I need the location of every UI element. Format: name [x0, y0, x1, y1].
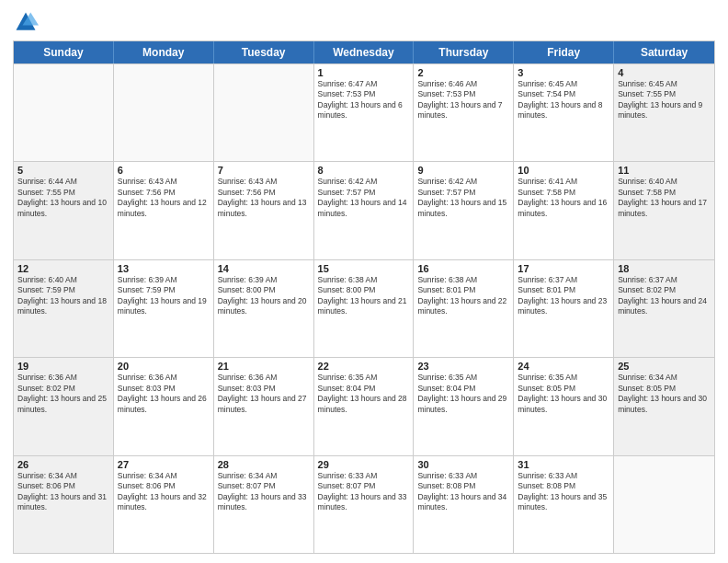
day-number: 25: [618, 361, 711, 372]
day-number: 13: [118, 263, 210, 274]
day-number: 6: [118, 165, 210, 176]
cell-info: Sunrise: 6:42 AMSunset: 7:57 PMDaylight:…: [417, 177, 509, 219]
cell-info: Sunrise: 6:35 AMSunset: 8:04 PMDaylight:…: [417, 373, 509, 415]
cell-info: Sunrise: 6:37 AMSunset: 8:02 PMDaylight:…: [618, 275, 711, 317]
cell-info: Sunrise: 6:39 AMSunset: 8:00 PMDaylight:…: [218, 275, 310, 317]
cell-info: Sunrise: 6:45 AMSunset: 7:55 PMDaylight:…: [618, 79, 711, 121]
cell-info: Sunrise: 6:34 AMSunset: 8:07 PMDaylight:…: [218, 471, 310, 513]
day-number: 1: [318, 67, 410, 78]
header: [13, 9, 715, 35]
cal-cell-13: 13Sunrise: 6:39 AMSunset: 7:59 PMDayligh…: [114, 260, 214, 357]
cal-cell-2: 2Sunrise: 6:46 AMSunset: 7:53 PMDaylight…: [414, 64, 514, 161]
cell-info: Sunrise: 6:34 AMSunset: 8:06 PMDaylight:…: [118, 471, 210, 513]
cell-info: Sunrise: 6:34 AMSunset: 8:06 PMDaylight:…: [17, 471, 109, 513]
calendar-body: 1Sunrise: 6:47 AMSunset: 7:53 PMDaylight…: [14, 63, 714, 553]
cell-info: Sunrise: 6:38 AMSunset: 8:00 PMDaylight:…: [318, 275, 410, 317]
day-number: 11: [618, 165, 711, 176]
day-number: 26: [17, 459, 109, 470]
cell-info: Sunrise: 6:35 AMSunset: 8:05 PMDaylight:…: [518, 373, 609, 415]
day-number: 2: [417, 67, 509, 78]
day-number: 16: [417, 263, 509, 274]
day-number: 15: [318, 263, 410, 274]
cell-info: Sunrise: 6:41 AMSunset: 7:58 PMDaylight:…: [518, 177, 609, 219]
cal-cell-21: 21Sunrise: 6:36 AMSunset: 8:03 PMDayligh…: [214, 358, 314, 454]
day-number: 8: [318, 165, 410, 176]
week-row-1: 1Sunrise: 6:47 AMSunset: 7:53 PMDaylight…: [14, 63, 714, 161]
cal-cell-31: 31Sunrise: 6:33 AMSunset: 8:08 PMDayligh…: [514, 456, 614, 553]
day-number: 28: [218, 459, 310, 470]
day-number: 29: [318, 459, 410, 470]
cal-cell-4: 4Sunrise: 6:45 AMSunset: 7:55 PMDaylight…: [614, 64, 714, 161]
day-number: 7: [218, 165, 310, 176]
day-number: 18: [618, 263, 711, 274]
day-number: 10: [518, 165, 609, 176]
day-number: 27: [118, 459, 210, 470]
cal-cell-29: 29Sunrise: 6:33 AMSunset: 8:07 PMDayligh…: [314, 456, 415, 553]
day-number: 12: [17, 263, 109, 274]
day-number: 17: [518, 263, 609, 274]
cell-info: Sunrise: 6:47 AMSunset: 7:53 PMDaylight:…: [318, 79, 410, 121]
week-row-3: 12Sunrise: 6:40 AMSunset: 7:59 PMDayligh…: [14, 259, 714, 357]
day-number: 23: [417, 361, 509, 372]
header-day-thursday: Thursday: [414, 41, 514, 63]
cal-cell-19: 19Sunrise: 6:36 AMSunset: 8:02 PMDayligh…: [14, 358, 114, 454]
cell-info: Sunrise: 6:33 AMSunset: 8:08 PMDaylight:…: [518, 471, 609, 513]
day-number: 19: [17, 361, 109, 372]
cell-info: Sunrise: 6:45 AMSunset: 7:54 PMDaylight:…: [518, 79, 609, 121]
day-number: 4: [618, 67, 711, 78]
cell-info: Sunrise: 6:39 AMSunset: 7:59 PMDaylight:…: [118, 275, 210, 317]
cal-cell-11: 11Sunrise: 6:40 AMSunset: 7:58 PMDayligh…: [614, 162, 714, 259]
cal-cell-empty-0-0: [14, 64, 114, 161]
cal-cell-23: 23Sunrise: 6:35 AMSunset: 8:04 PMDayligh…: [414, 358, 514, 454]
header-day-saturday: Saturday: [614, 41, 714, 63]
week-row-5: 26Sunrise: 6:34 AMSunset: 8:06 PMDayligh…: [14, 455, 714, 553]
cell-info: Sunrise: 6:37 AMSunset: 8:01 PMDaylight:…: [518, 275, 609, 317]
week-row-4: 19Sunrise: 6:36 AMSunset: 8:02 PMDayligh…: [14, 357, 714, 454]
cal-cell-10: 10Sunrise: 6:41 AMSunset: 7:58 PMDayligh…: [514, 162, 614, 259]
cal-cell-30: 30Sunrise: 6:33 AMSunset: 8:08 PMDayligh…: [414, 456, 514, 553]
cell-info: Sunrise: 6:46 AMSunset: 7:53 PMDaylight:…: [417, 79, 509, 121]
cell-info: Sunrise: 6:40 AMSunset: 7:58 PMDaylight:…: [618, 177, 711, 219]
day-number: 5: [17, 165, 109, 176]
cell-info: Sunrise: 6:36 AMSunset: 8:03 PMDaylight:…: [118, 373, 210, 415]
cell-info: Sunrise: 6:34 AMSunset: 8:05 PMDaylight:…: [618, 373, 711, 415]
cal-cell-25: 25Sunrise: 6:34 AMSunset: 8:05 PMDayligh…: [614, 358, 714, 454]
cell-info: Sunrise: 6:40 AMSunset: 7:59 PMDaylight:…: [17, 275, 109, 317]
day-number: 24: [518, 361, 609, 372]
cell-info: Sunrise: 6:36 AMSunset: 8:02 PMDaylight:…: [17, 373, 109, 415]
logo-icon: [13, 9, 39, 35]
cal-cell-6: 6Sunrise: 6:43 AMSunset: 7:56 PMDaylight…: [114, 162, 214, 259]
cell-info: Sunrise: 6:42 AMSunset: 7:57 PMDaylight:…: [318, 177, 410, 219]
calendar-header-row: SundayMondayTuesdayWednesdayThursdayFrid…: [14, 41, 714, 63]
day-number: 21: [218, 361, 310, 372]
cal-cell-3: 3Sunrise: 6:45 AMSunset: 7:54 PMDaylight…: [514, 64, 614, 161]
header-day-wednesday: Wednesday: [314, 41, 415, 63]
cal-cell-empty-0-1: [114, 64, 214, 161]
cell-info: Sunrise: 6:35 AMSunset: 8:04 PMDaylight:…: [318, 373, 410, 415]
week-row-2: 5Sunrise: 6:44 AMSunset: 7:55 PMDaylight…: [14, 161, 714, 259]
cal-cell-9: 9Sunrise: 6:42 AMSunset: 7:57 PMDaylight…: [414, 162, 514, 259]
cal-cell-20: 20Sunrise: 6:36 AMSunset: 8:03 PMDayligh…: [114, 358, 214, 454]
header-day-sunday: Sunday: [14, 41, 114, 63]
cal-cell-27: 27Sunrise: 6:34 AMSunset: 8:06 PMDayligh…: [114, 456, 214, 553]
day-number: 20: [118, 361, 210, 372]
page: SundayMondayTuesdayWednesdayThursdayFrid…: [0, 0, 728, 563]
cal-cell-17: 17Sunrise: 6:37 AMSunset: 8:01 PMDayligh…: [514, 260, 614, 357]
cal-cell-26: 26Sunrise: 6:34 AMSunset: 8:06 PMDayligh…: [14, 456, 114, 553]
cell-info: Sunrise: 6:43 AMSunset: 7:56 PMDaylight:…: [218, 177, 310, 219]
cal-cell-22: 22Sunrise: 6:35 AMSunset: 8:04 PMDayligh…: [314, 358, 415, 454]
cal-cell-1: 1Sunrise: 6:47 AMSunset: 7:53 PMDaylight…: [314, 64, 415, 161]
cell-info: Sunrise: 6:33 AMSunset: 8:08 PMDaylight:…: [417, 471, 509, 513]
header-day-friday: Friday: [514, 41, 614, 63]
cell-info: Sunrise: 6:38 AMSunset: 8:01 PMDaylight:…: [417, 275, 509, 317]
cell-info: Sunrise: 6:43 AMSunset: 7:56 PMDaylight:…: [118, 177, 210, 219]
cell-info: Sunrise: 6:44 AMSunset: 7:55 PMDaylight:…: [17, 177, 109, 219]
header-day-tuesday: Tuesday: [214, 41, 314, 63]
day-number: 30: [417, 459, 509, 470]
cal-cell-24: 24Sunrise: 6:35 AMSunset: 8:05 PMDayligh…: [514, 358, 614, 454]
logo: [13, 9, 42, 35]
day-number: 14: [218, 263, 310, 274]
day-number: 3: [518, 67, 609, 78]
cal-cell-14: 14Sunrise: 6:39 AMSunset: 8:00 PMDayligh…: [214, 260, 314, 357]
cal-cell-16: 16Sunrise: 6:38 AMSunset: 8:01 PMDayligh…: [414, 260, 514, 357]
